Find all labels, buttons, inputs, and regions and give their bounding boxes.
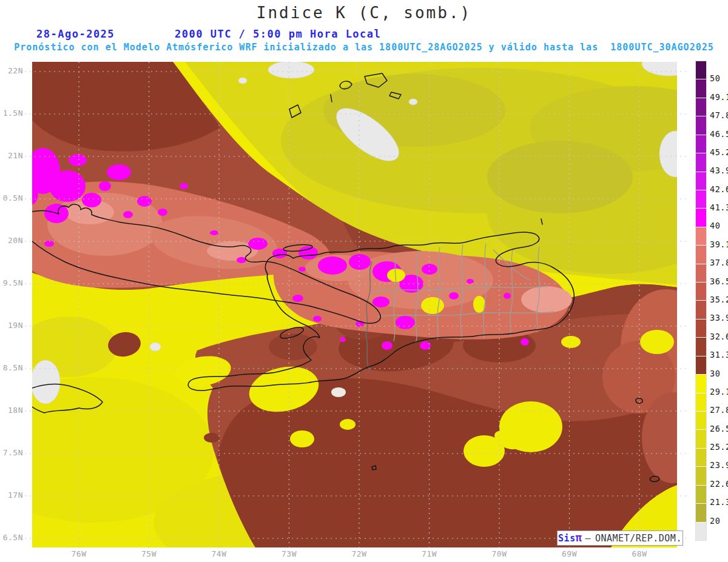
lon-tick-label: 69W — [556, 549, 583, 558]
lat-tick-label: 19N — [0, 321, 23, 330]
lat-tick-label: 9.5N — [0, 278, 23, 287]
colorbar-tick-label: 22.6 — [710, 479, 728, 489]
colorbar-segment — [696, 356, 706, 375]
forecast-date: 28-Ago-2025 — [36, 28, 115, 40]
weather-map-page: Indice K (C, somb.) 28-Ago-2025 2000 UTC… — [0, 0, 728, 562]
onamet-org-text: ONAMET/REP.DOM. — [595, 533, 682, 544]
colorbar-segment — [696, 227, 706, 246]
colorbar-tick-label: 43.9 — [710, 166, 728, 175]
colorbar-tick-label: 46.5 — [710, 129, 728, 139]
lon-tick-label: 74W — [206, 549, 232, 558]
colorbar-tick-label: 23.9 — [710, 460, 728, 470]
lon-tick-label: 76W — [66, 549, 92, 558]
colorbar-segment — [696, 393, 706, 412]
lat-tick-label: 21N — [0, 151, 23, 160]
colorbar-segment — [696, 209, 706, 227]
colorbar-tick-label: 20 — [710, 516, 720, 526]
colorbar-tick-label: 25.2 — [710, 442, 728, 452]
colorbar-tick-label: 49.1 — [710, 92, 728, 102]
lat-tick-label: 22N — [0, 66, 23, 75]
colorbar-tick-label: 40 — [710, 221, 720, 230]
colorbar-tick-label: 35.2 — [710, 295, 728, 304]
lat-tick-label: 20N — [0, 236, 23, 245]
colorbar-segment — [696, 246, 706, 264]
lon-tick-label: 75W — [136, 549, 163, 558]
lon-tick-label: 73W — [276, 549, 303, 558]
colorbar-tick-label: 29.1 — [710, 387, 728, 396]
lat-tick-label: 0.5N — [0, 193, 23, 202]
colorbar-tick-label: 27.8 — [710, 405, 728, 415]
colorbar-segment — [696, 338, 706, 356]
lon-tick-label: 68W — [626, 549, 653, 558]
pi-symbol: π — [576, 533, 582, 543]
colorbar-tick-label: 41.3 — [710, 202, 728, 212]
colorbar-segment — [696, 523, 706, 540]
colorbar-tick-label: 47.8 — [710, 110, 728, 120]
map-canvas — [24, 62, 690, 553]
page-title: Indice K (C, somb.) — [0, 4, 728, 22]
colorbar-tick-label: 31.3 — [710, 350, 728, 360]
lon-tick-label: 72W — [346, 549, 372, 558]
colorbar-tick-label: 30 — [710, 369, 720, 378]
colorbar-segment — [696, 172, 706, 190]
colorbar-tick-label: 36.5 — [710, 276, 728, 286]
colorbar-tick-label: 33.9 — [710, 313, 728, 323]
colorbar-segment — [696, 375, 706, 393]
sispi-brand-text: Sis — [558, 533, 576, 544]
colorbar-segment — [696, 61, 706, 79]
colorbar-segment — [696, 264, 706, 283]
colorbar-segment — [696, 467, 706, 485]
forecast-time: 2000 UTC / 5:00 pm Hora Local — [175, 28, 381, 40]
colorbar-segment — [696, 79, 706, 98]
colorbar-segment — [696, 116, 706, 135]
colorbar-segment — [696, 486, 706, 504]
watermark-dash: – — [585, 533, 591, 544]
lat-tick-label: 17N — [0, 490, 23, 500]
colorbar-segment — [696, 98, 706, 116]
colorbar-tick-label: 37.8 — [710, 258, 728, 267]
colorbar-segment — [696, 319, 706, 338]
lat-tick-label: 6.5N — [0, 533, 23, 542]
k-index-contour-map — [24, 62, 690, 553]
colorbar-segment — [696, 504, 706, 522]
k-index-colorbar — [695, 61, 707, 541]
colorbar-tick-label: 32.6 — [710, 332, 728, 341]
colorbar-tick-label: 21.3 — [710, 497, 728, 507]
colorbar-segment — [696, 135, 706, 153]
lat-tick-label: 18N — [0, 406, 23, 415]
colorbar-segment — [696, 283, 706, 301]
branding-watermark: Sisπ–ONAMET/REP.DOM. — [557, 530, 683, 546]
lat-tick-label: 8.5N — [0, 363, 23, 372]
lon-tick-label: 71W — [416, 549, 443, 558]
colorbar-tick-label: 42.6 — [710, 184, 728, 194]
colorbar-segment — [696, 449, 706, 467]
contour-fills — [24, 62, 690, 553]
colorbar-segment — [696, 430, 706, 448]
colorbar-tick-label: 26.5 — [710, 424, 728, 433]
colorbar-segment — [696, 412, 706, 430]
lon-tick-label: 70W — [486, 549, 513, 558]
colorbar-segment — [696, 190, 706, 209]
lat-tick-label: 1.5N — [0, 109, 23, 118]
colorbar-tick-label: 50 — [710, 73, 720, 83]
colorbar-tick-label: 39.1 — [710, 239, 728, 249]
colorbar-segment — [696, 153, 706, 172]
colorbar-tick-label: 45.2 — [710, 147, 728, 157]
model-run-info: Pronóstico con el Modelo Atmósferico WRF… — [0, 42, 728, 53]
lat-tick-label: 7.5N — [0, 448, 23, 457]
colorbar-segment — [696, 301, 706, 319]
